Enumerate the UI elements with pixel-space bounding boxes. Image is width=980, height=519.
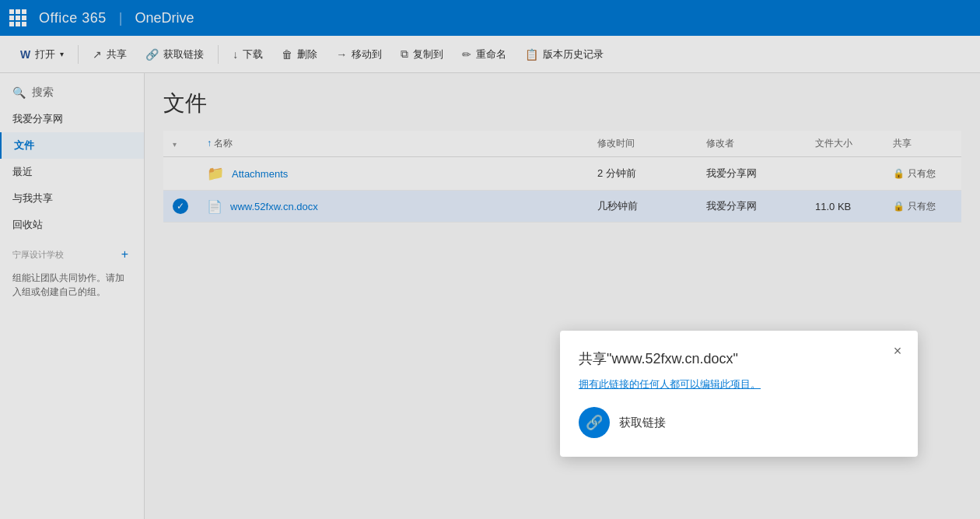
dialog-get-link-button[interactable]: 🔗 获取链接 xyxy=(579,407,899,438)
dialog-overlay[interactable]: × 共享"www.52fxw.cn.docx" 拥有此链接的任何人都可以编辑此项… xyxy=(0,0,980,519)
share-dialog: × 共享"www.52fxw.cn.docx" 拥有此链接的任何人都可以编辑此项… xyxy=(560,331,918,457)
dialog-subtitle[interactable]: 拥有此链接的任何人都可以编辑此项目。 xyxy=(579,377,899,391)
dialog-title: 共享"www.52fxw.cn.docx" xyxy=(579,349,899,368)
get-link-text: 获取链接 xyxy=(619,416,666,430)
close-icon: × xyxy=(894,343,902,359)
link-circle-icon: 🔗 xyxy=(579,407,610,438)
dialog-close-button[interactable]: × xyxy=(887,340,908,362)
chain-icon: 🔗 xyxy=(586,414,603,431)
